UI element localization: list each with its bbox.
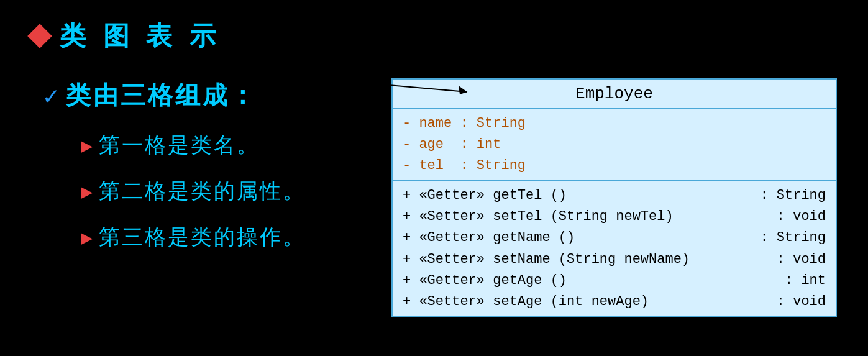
svg-line-0 <box>268 75 467 92</box>
uml-op-left-6: + «Setter» setAge (int newAge) <box>403 291 698 313</box>
svg-marker-1 <box>459 86 467 94</box>
page-title: 类 图 表 示 <box>60 19 221 53</box>
sub-point-text-1: 第一格是类名。 <box>99 131 260 160</box>
page: 类 图 表 示 ✓ 类由三格组成： ▶ 第一格是类名。 ▶ 第二格是类的属性。 … <box>0 0 868 356</box>
uml-op-right-3: : String <box>747 227 826 249</box>
uml-attr-line-1: - name : String <box>403 113 826 134</box>
diamond-icon <box>27 24 52 48</box>
uml-diagram: Employee - name : String - age : int - t… <box>391 78 837 317</box>
class-arrow-svg <box>268 68 492 109</box>
sub-point-text-3: 第三格是类的操作。 <box>99 223 306 252</box>
uml-op-right-4: : void <box>764 249 826 270</box>
uml-op-right-1: : String <box>747 185 826 206</box>
uml-op-line-3: + «Getter» getName () : String <box>403 227 826 249</box>
arrow-icon-1: ▶ <box>81 135 93 155</box>
uml-attributes: - name : String - age : int - tel : Stri… <box>393 109 836 181</box>
content-row: ✓ 类由三格组成： ▶ 第一格是类名。 ▶ 第二格是类的属性。 ▶ 第三格是类的… <box>31 78 837 317</box>
uml-op-line-1: + «Getter» getTel () : String <box>403 185 826 206</box>
uml-op-line-5: + «Getter» getAge () : int <box>403 270 826 291</box>
uml-attr-text-1: - name : String <box>403 113 526 134</box>
sub-point-1: ▶ 第一格是类名。 <box>81 131 354 160</box>
sub-points: ▶ 第一格是类名。 ▶ 第二格是类的属性。 ▶ 第三格是类的操作。 <box>43 131 354 252</box>
main-point-text: 类由三格组成： <box>66 78 257 112</box>
sub-point-text-2: 第二格是类的属性。 <box>99 177 306 206</box>
uml-op-line-6: + «Setter» setAge (int newAge) : void <box>403 291 826 313</box>
uml-attr-text-2: - age : int <box>403 134 501 155</box>
title-row: 类 图 表 示 <box>31 19 837 53</box>
arrow-icon-2: ▶ <box>81 181 93 201</box>
uml-op-right-6: : void <box>764 291 826 313</box>
uml-op-left-5: + «Getter» getAge () <box>403 270 706 291</box>
uml-attr-line-2: - age : int <box>403 134 826 155</box>
uml-op-line-2: + «Setter» setTel (String newTel) : void <box>403 206 826 227</box>
arrow-icon-3: ▶ <box>81 227 93 247</box>
uml-op-right-2: : void <box>764 206 826 227</box>
uml-class-name: Employee <box>575 84 653 103</box>
sub-point-3: ▶ 第三格是类的操作。 <box>81 223 354 252</box>
sub-point-2: ▶ 第二格是类的属性。 <box>81 177 354 206</box>
uml-header: Employee <box>393 80 836 109</box>
uml-attr-text-3: - tel : String <box>403 155 526 176</box>
uml-op-right-5: : int <box>772 270 826 291</box>
uml-op-left-3: + «Getter» getName () <box>403 227 715 249</box>
uml-op-left-4: + «Setter» setName (String newName) <box>403 249 690 270</box>
uml-op-line-4: + «Setter» setName (String newName) : vo… <box>403 249 826 270</box>
uml-attr-line-3: - tel : String <box>403 155 826 176</box>
uml-op-left-1: + «Getter» getTel () <box>403 185 706 206</box>
uml-operations: + «Getter» getTel () : String + «Setter»… <box>393 181 836 316</box>
uml-op-left-2: + «Setter» setTel (String newTel) <box>403 206 698 227</box>
checkmark-icon: ✓ <box>43 83 58 108</box>
